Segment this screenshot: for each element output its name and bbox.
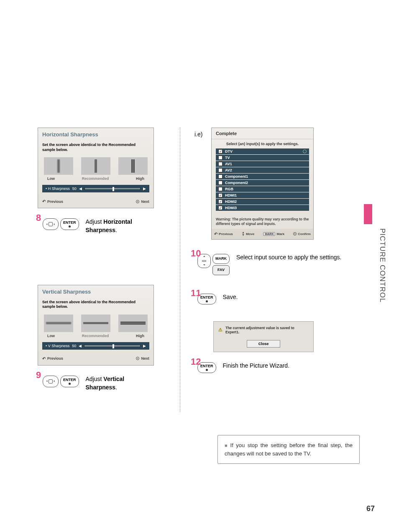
input-label: Component1 xyxy=(225,174,248,179)
input-label: HDMI3 xyxy=(225,206,237,210)
arrow-right-icon[interactable]: ▶ xyxy=(143,187,146,191)
next-label[interactable]: Next xyxy=(141,200,149,204)
step-number: 11 xyxy=(191,288,201,299)
back-icon[interactable]: ↶ xyxy=(42,356,46,361)
section-label: PICTURE CONTROL xyxy=(378,228,386,302)
horizontal-sharpness-panel: Horizontal Sharpness Set the screen abov… xyxy=(38,128,154,208)
input-row-rgb[interactable]: RGB xyxy=(216,186,309,192)
sample-low xyxy=(44,315,73,332)
next-label[interactable]: Next xyxy=(141,356,149,361)
complete-title: Complete xyxy=(212,128,313,139)
sample-row xyxy=(38,312,153,333)
enter-button[interactable]: ENTER xyxy=(60,218,79,230)
input-label: RGB xyxy=(225,187,233,191)
input-row-tv[interactable]: TV xyxy=(216,155,309,161)
input-row-av2[interactable]: AV2 xyxy=(216,167,309,173)
slider-track[interactable] xyxy=(84,345,141,347)
dpad-center xyxy=(49,379,53,384)
input-row-av1[interactable]: AV1 xyxy=(216,161,309,167)
checkbox-icon[interactable]: ✓ xyxy=(218,149,223,153)
arrow-right-icon[interactable]: ▶ xyxy=(143,344,146,348)
dot-icon xyxy=(206,369,208,371)
sample-high xyxy=(118,315,148,332)
panel-title: Vertical Sharpness xyxy=(38,285,153,297)
example-label: i.e) xyxy=(194,131,202,138)
mark-label: MARK xyxy=(215,257,227,261)
prev-label[interactable]: Previous xyxy=(47,200,63,204)
dot-icon xyxy=(69,225,71,228)
checkbox-icon[interactable] xyxy=(218,181,223,185)
move-arrows-icon[interactable] xyxy=(242,231,245,237)
input-row-dtv[interactable]: ✓DTV xyxy=(216,148,309,154)
v-sharpness-slider[interactable]: • V Sharpness 50 ◀ ▶ xyxy=(42,342,149,350)
input-row-hdmi3[interactable]: ✓HDMI3 xyxy=(216,205,309,211)
footer-move[interactable]: Move xyxy=(246,232,254,236)
checkbox-icon[interactable]: ✓ xyxy=(218,206,223,210)
arrow-left-icon: ‹ xyxy=(46,379,48,383)
arrow-left-icon[interactable]: ◀ xyxy=(79,187,82,191)
checkbox-icon[interactable] xyxy=(218,156,223,160)
input-label: HDMI1 xyxy=(225,193,237,197)
input-label: Component2 xyxy=(225,181,248,185)
panel-title: Horizontal Sharpness xyxy=(38,128,153,140)
enter-dot-icon[interactable] xyxy=(136,200,139,203)
enter-dot-icon[interactable] xyxy=(293,232,297,235)
sample-recommended xyxy=(81,157,110,175)
arrow-left-icon[interactable]: ◀ xyxy=(79,344,82,348)
label-low: Low xyxy=(47,334,55,338)
back-icon[interactable]: ↶ xyxy=(214,232,217,236)
column-divider xyxy=(180,128,180,412)
complete-subtitle: Select (an) input(s) to apply the settin… xyxy=(212,139,313,148)
step-text: Finish the Picture Wizard. xyxy=(223,361,360,370)
fav-button[interactable]: FAV xyxy=(212,265,230,275)
slider-label: • V Sharpness xyxy=(46,344,69,348)
dpad-button[interactable]: ‹ › xyxy=(43,218,59,230)
prev-label[interactable]: Previous xyxy=(47,356,63,361)
checkbox-icon[interactable] xyxy=(218,162,223,166)
vertical-sharpness-panel: Vertical Sharpness Set the screen above … xyxy=(38,285,154,366)
input-label: AV1 xyxy=(225,162,232,166)
sample-low xyxy=(44,157,73,175)
arrow-right-icon: › xyxy=(54,223,55,226)
dpad-center xyxy=(49,222,53,226)
step-number: 9 xyxy=(36,370,41,381)
mark-pill[interactable]: MARK xyxy=(263,232,275,236)
bullet-icon: ■ xyxy=(225,443,229,448)
complete-panel: Complete Select (an) input(s) to apply t… xyxy=(211,128,314,240)
h-sharpness-slider[interactable]: • H Sharpness 50 ◀ ▶ xyxy=(42,185,149,192)
enter-dot-icon[interactable] xyxy=(136,357,139,360)
sample-recommended xyxy=(81,315,110,332)
arrow-left-icon: ‹ xyxy=(46,223,48,226)
sample-row xyxy=(38,155,153,176)
step-11: 11 ENTER Save. xyxy=(192,292,360,304)
dot-icon xyxy=(206,300,208,302)
slider-track[interactable] xyxy=(84,187,141,190)
input-row-hdmi1[interactable]: ✓HDMI1 xyxy=(216,192,309,198)
input-row-hdmi2[interactable]: ✓HDMI2 xyxy=(216,199,309,205)
fav-label: FAV xyxy=(217,268,225,272)
input-label: AV2 xyxy=(225,168,232,172)
slider-value: 50 xyxy=(72,344,76,348)
dpad-button[interactable]: ‹ › xyxy=(43,376,59,387)
back-icon[interactable]: ↶ xyxy=(42,199,46,204)
footer-prev[interactable]: Previous xyxy=(219,232,233,236)
page-number: 67 xyxy=(366,504,375,513)
step-text: Select input source to apply the setting… xyxy=(236,252,360,262)
checkbox-icon[interactable]: ✓ xyxy=(218,200,223,204)
footer-mark[interactable]: Mark xyxy=(276,232,284,236)
mark-button[interactable]: MARK xyxy=(212,254,230,264)
step-number: 10 xyxy=(191,248,201,259)
checkbox-icon[interactable] xyxy=(218,174,223,179)
input-row-component1[interactable]: Component1 xyxy=(216,174,309,179)
checkbox-icon[interactable] xyxy=(218,187,223,191)
enter-button[interactable]: ENTER xyxy=(60,376,79,387)
complete-warning: Warning: The picture quality may vary ac… xyxy=(212,215,313,229)
close-button[interactable]: Close xyxy=(247,340,280,348)
checkbox-icon[interactable] xyxy=(218,168,223,172)
input-row-component2[interactable]: Component2 xyxy=(216,180,309,186)
step-9: 9 ‹ › ENTER Adjust Vertical Sharpness. xyxy=(38,374,155,391)
step-number: 8 xyxy=(36,212,41,223)
checkbox-icon[interactable]: ✓ xyxy=(218,193,223,197)
input-label: DTV xyxy=(225,149,233,153)
footer-confirm[interactable]: Confirm xyxy=(298,232,311,236)
